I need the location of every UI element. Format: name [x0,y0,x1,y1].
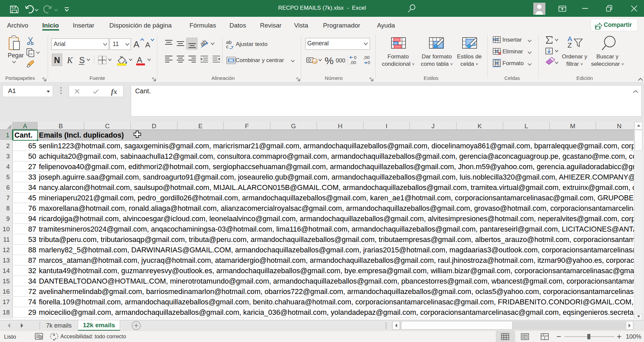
svg-text:c: c [226,44,229,49]
svg-text:fx: fx [111,87,117,96]
svg-text:,00: ,00 [363,55,370,60]
svg-text:Z: Z [568,41,572,49]
svg-text:%: % [325,55,334,66]
svg-text:000: 000 [336,57,345,64]
svg-text:0: 0 [354,55,357,60]
svg-text:0: 0 [368,60,370,65]
svg-text:ab: ab [199,38,208,48]
svg-text:,00: ,00 [350,60,356,65]
